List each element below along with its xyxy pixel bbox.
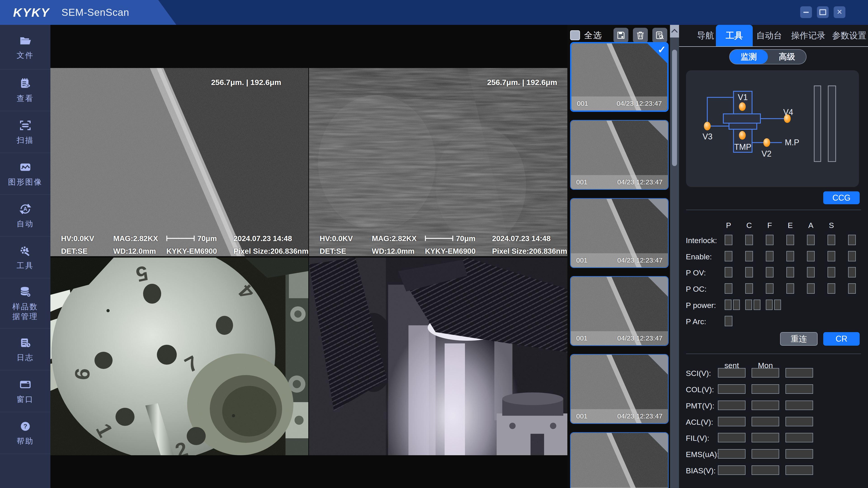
thumbnail-item-5[interactable]: 001 04/23 12:23:47 (570, 354, 669, 424)
ccg-button[interactable]: CCG (823, 191, 860, 204)
sidebar-item-auto[interactable]: A 自动 (0, 195, 51, 236)
status-checkbox[interactable] (754, 300, 761, 310)
svg-text:A: A (23, 206, 27, 212)
sidebar-item-window[interactable]: 窗口 (0, 370, 51, 412)
thumbnail-item-1[interactable]: ✓ 001 04/23 12:23:47 (570, 42, 669, 112)
bias-sent-field[interactable] (718, 465, 745, 475)
sidebar-item-image[interactable]: 图形图像 (0, 153, 51, 195)
thumbnail-item-2[interactable]: 001 04/23 12:23:47 (570, 120, 669, 190)
pmt-sent-field[interactable] (718, 400, 745, 410)
status-checkbox[interactable] (828, 283, 835, 294)
sci-extra-field[interactable] (785, 368, 813, 378)
tab-auto-stage[interactable]: 自动台 (751, 25, 787, 46)
stage-camera-viewport[interactable]: 5 4 9 7 1 2 (51, 258, 308, 455)
thumbnail-item-6[interactable]: 001 04/23 12:23:47 (570, 432, 669, 488)
status-checkbox[interactable] (725, 283, 733, 294)
tab-tools[interactable]: 工具 (716, 25, 753, 46)
status-checkbox[interactable] (766, 251, 774, 261)
sidebar-item-view[interactable]: 查看 (0, 69, 51, 111)
acl-extra-field[interactable] (785, 417, 813, 426)
status-checkbox[interactable] (745, 235, 753, 245)
status-checkbox[interactable] (786, 235, 794, 245)
sidebar-item-scan[interactable]: 扫描 (0, 111, 51, 153)
status-checkbox[interactable] (745, 251, 753, 261)
sidebar-item-file[interactable]: 文件 (0, 25, 51, 69)
status-checkbox[interactable] (786, 283, 794, 294)
sidebar-item-log[interactable]: 日志 (0, 328, 51, 370)
scroll-up-button[interactable] (670, 25, 679, 37)
bias-mon-field[interactable] (752, 465, 779, 475)
sem-viewport-1[interactable]: 256.7μm. | 192.6μm HV:0.0KV MAG:2.82KX 7… (51, 68, 308, 256)
col-extra-field[interactable] (785, 384, 813, 394)
status-checkbox[interactable] (725, 267, 733, 278)
status-checkbox[interactable] (848, 283, 856, 294)
sidebar-item-tools[interactable]: 工具 (0, 236, 51, 278)
status-checkbox[interactable] (745, 283, 753, 294)
scrollbar-thumb[interactable] (672, 50, 677, 166)
status-checkbox[interactable] (828, 235, 835, 245)
minimize-button[interactable] (800, 6, 812, 18)
sidebar-item-sample-data[interactable]: 样品数据管理 (0, 278, 51, 328)
status-checkbox[interactable] (828, 267, 835, 278)
status-checkbox[interactable] (725, 235, 733, 245)
ems-mon-field[interactable] (752, 449, 779, 459)
chamber-camera-viewport[interactable] (309, 258, 567, 455)
preview-button[interactable] (652, 28, 667, 43)
status-checkbox[interactable] (828, 251, 835, 261)
status-checkbox[interactable] (725, 251, 733, 261)
fil-sent-field[interactable] (718, 433, 745, 442)
thumbnail-footer: 001 04/23 12:23:47 (571, 96, 667, 110)
ems-sent-field[interactable] (718, 449, 745, 459)
acl-sent-field[interactable] (718, 417, 745, 426)
status-checkbox[interactable] (725, 316, 733, 326)
fil-extra-field[interactable] (785, 433, 813, 442)
status-checkbox[interactable] (807, 251, 815, 261)
sci-sent-field[interactable] (718, 368, 745, 378)
status-checkbox[interactable] (745, 300, 752, 310)
mode-advanced-button[interactable]: 高级 (768, 50, 806, 64)
status-checkbox[interactable] (807, 283, 815, 294)
col-row-label: COL(V): (686, 385, 714, 394)
tab-operation-log[interactable]: 操作记录 (786, 25, 830, 46)
maximize-button[interactable] (817, 6, 829, 18)
pmt-extra-field[interactable] (785, 400, 813, 410)
col-mon-field[interactable] (752, 384, 779, 394)
sem-viewport-2[interactable]: 256.7μm. | 192.6μm HV:0.0KV MAG:2.82KX 7… (309, 68, 567, 256)
thumbnail-item-3[interactable]: 001 04/23 12:23:47 (570, 198, 669, 268)
status-checkbox[interactable] (733, 300, 740, 310)
mode-monitor-button[interactable]: 监测 (730, 50, 768, 64)
fil-mon-field[interactable] (752, 433, 779, 442)
status-checkbox[interactable] (848, 251, 856, 261)
reconnect-button[interactable]: 重连 (780, 332, 817, 346)
status-checkbox[interactable] (766, 300, 773, 310)
close-button[interactable]: × (834, 6, 845, 18)
status-checkbox[interactable] (848, 267, 856, 278)
stage-camera-image: 5 4 9 7 1 2 (51, 258, 308, 455)
pmt-mon-field[interactable] (752, 400, 779, 410)
delete-button[interactable] (633, 28, 648, 43)
auto-icon: A (19, 203, 32, 215)
cr-button[interactable]: CR (823, 332, 860, 346)
status-checkbox[interactable] (745, 267, 753, 278)
status-checkbox[interactable] (807, 267, 815, 278)
sci-mon-field[interactable] (752, 368, 779, 378)
save-button[interactable] (614, 28, 628, 43)
acl-mon-field[interactable] (752, 417, 779, 426)
thumbnail-scrollbar[interactable] (670, 25, 679, 488)
bias-extra-field[interactable] (785, 465, 813, 475)
status-checkbox[interactable] (774, 300, 781, 310)
ems-extra-field[interactable] (785, 449, 813, 459)
thumbnail-item-4[interactable]: 001 04/23 12:23:47 (570, 276, 669, 346)
select-all-checkbox[interactable] (570, 30, 580, 40)
status-checkbox[interactable] (766, 267, 774, 278)
col-sent-field[interactable] (718, 384, 745, 394)
status-checkbox[interactable] (786, 267, 794, 278)
status-checkbox[interactable] (786, 251, 794, 261)
tab-parameter-settings[interactable]: 参数设置 (831, 25, 868, 46)
sidebar-item-help[interactable]: ? 帮助 (0, 412, 51, 454)
status-checkbox[interactable] (848, 235, 856, 245)
status-checkbox[interactable] (807, 235, 815, 245)
status-checkbox[interactable] (766, 235, 774, 245)
status-checkbox[interactable] (725, 300, 732, 310)
status-checkbox[interactable] (766, 283, 774, 294)
